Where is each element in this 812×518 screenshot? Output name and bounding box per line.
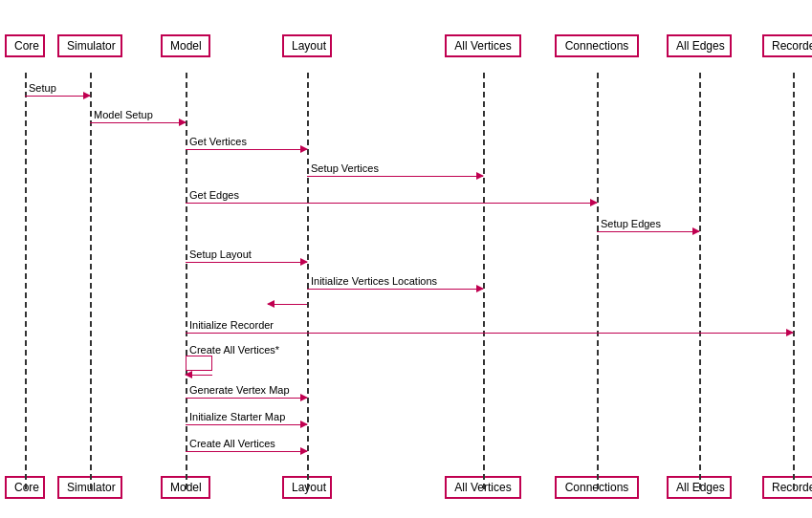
lifeline-box-top-allvertices: All Vertices xyxy=(445,34,521,57)
arrow-5 xyxy=(597,231,699,232)
arrow-0 xyxy=(25,96,90,97)
arrow-label-12: Generate Vertex Map xyxy=(189,384,290,396)
arrow-14 xyxy=(186,451,307,452)
diagram-title xyxy=(0,0,812,6)
arrow-label-2: Get Vertices xyxy=(189,136,247,147)
lifeline-box-top-alledges: All Edges xyxy=(667,34,732,57)
lifeline-box-top-model: Model xyxy=(161,34,210,57)
arrow-label-9: Initialize Recorder xyxy=(189,319,274,331)
lifeline-box-top-layout: Layout xyxy=(282,34,332,57)
arrow-label-7: Initialize Vertices Locations xyxy=(311,275,437,287)
simulator-line xyxy=(90,73,92,489)
connections-line xyxy=(597,73,599,489)
self-call-box-10 xyxy=(186,356,212,371)
arrow-label-5: Setup Edges xyxy=(601,218,661,229)
lifeline-box-bottom-recorder-b: Recorder xyxy=(762,476,812,499)
arrow-8 xyxy=(268,304,307,305)
arrow-9 xyxy=(186,333,793,334)
core-line xyxy=(25,73,27,489)
arrow-3 xyxy=(307,176,483,177)
arrow-11 xyxy=(186,375,212,376)
alledges-line xyxy=(699,73,701,489)
arrow-label-13: Initialize Starter Map xyxy=(189,411,285,422)
arrow-label-0: Setup xyxy=(29,82,56,94)
diagram: CoreSimulatorModelLayoutAll VerticesConn… xyxy=(0,0,812,518)
lifeline-box-top-simulator: Simulator xyxy=(57,34,122,57)
lifeline-box-top-connections: Connections xyxy=(555,34,639,57)
allvertices-line xyxy=(483,73,485,489)
arrow-label-14: Create All Vertices xyxy=(189,438,275,449)
lifeline-box-top-recorder: Recorder xyxy=(762,34,812,57)
arrow-2 xyxy=(186,149,307,150)
arrow-label-4: Get Edges xyxy=(189,189,239,201)
arrow-label-6: Setup Layout xyxy=(189,248,252,260)
arrow-6 xyxy=(186,262,307,263)
arrow-7 xyxy=(307,289,483,290)
arrow-label-3: Setup Vertices xyxy=(311,162,379,174)
arrow-12 xyxy=(186,398,307,399)
model-line xyxy=(186,73,187,489)
arrow-4 xyxy=(186,203,597,204)
arrow-1 xyxy=(90,122,186,123)
arrow-13 xyxy=(186,424,307,425)
lifeline-box-top-core: Core xyxy=(5,34,45,57)
arrow-label-10: Create All Vertices* xyxy=(189,344,279,356)
arrow-label-1: Model Setup xyxy=(94,109,153,120)
recorder-line xyxy=(793,73,795,489)
